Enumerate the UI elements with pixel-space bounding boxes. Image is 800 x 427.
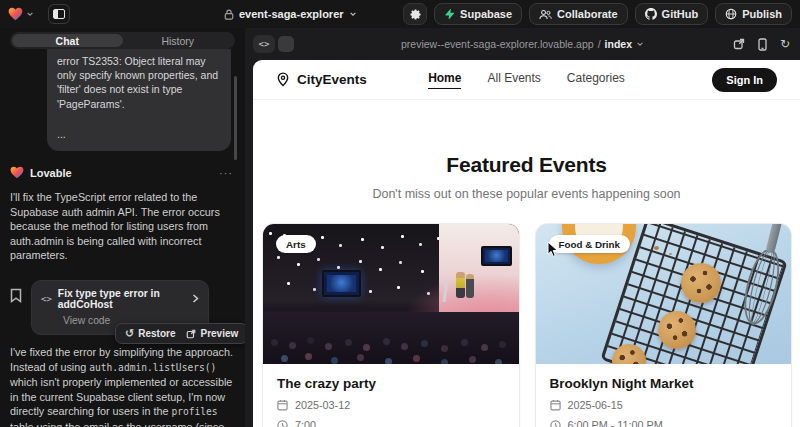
chat-history-tabs: Chat History <box>10 32 235 49</box>
github-icon <box>645 8 657 20</box>
gear-icon <box>409 8 422 21</box>
settings-button[interactable] <box>403 3 427 25</box>
collaborate-button[interactable]: Collaborate <box>529 3 628 25</box>
supabase-icon <box>444 8 455 20</box>
event-date: 2025-06-15 <box>568 399 623 411</box>
code-view-button[interactable]: <> <box>253 35 275 53</box>
publish-button[interactable]: Publish <box>715 3 792 25</box>
category-badge: Arts <box>276 235 316 253</box>
assistant-message-2: I've fixed the error by simplifying the … <box>10 345 235 427</box>
supabase-label: Supabase <box>460 8 512 20</box>
assistant-header: Lovable ··· <box>10 166 235 179</box>
url-separator: / <box>598 38 601 50</box>
lovable-heart-icon <box>8 7 23 21</box>
project-name: event-saga-explorer <box>239 8 344 20</box>
site-brand[interactable]: CityEvents <box>276 72 367 87</box>
clock-icon <box>550 420 561 427</box>
clock-icon <box>277 420 288 427</box>
restore-icon: ↺ <box>125 327 134 340</box>
preview-url-bar[interactable]: preview--event-saga-explorer.lovable.app… <box>245 38 800 50</box>
preview-button[interactable]: Preview <box>186 328 238 339</box>
event-time-row: 7:00 <box>277 419 505 427</box>
site-preview: CityEvents Home All Events Categories Si… <box>253 60 800 427</box>
bookmark-icon[interactable] <box>10 288 22 303</box>
location-pin-icon <box>276 72 290 87</box>
refresh-icon[interactable]: ↻ <box>780 37 790 51</box>
chevron-down-icon <box>26 10 34 18</box>
globe-icon <box>725 8 737 20</box>
assistant-message-1: I'll fix the TypeScript error related to… <box>10 190 235 263</box>
error-message-text: error TS2353: Object literal may only sp… <box>57 54 221 111</box>
user-message-bubble: error TS2353: Object literal may only sp… <box>47 49 231 151</box>
message-2-part: table using the email as the username (s… <box>10 421 224 427</box>
event-time: 6:00 PM - 11:00 PM <box>568 419 663 427</box>
preview-toggle-pill[interactable] <box>278 36 294 52</box>
project-switcher[interactable]: event-saga-explorer <box>224 0 357 28</box>
event-date-row: 2025-06-15 <box>550 399 778 411</box>
tool-card-title: Fix type type error in addCoHost <box>58 288 186 310</box>
calendar-icon <box>550 399 561 411</box>
lovable-heart-icon <box>10 166 24 179</box>
event-card-brooklyn-market[interactable]: Food & Drink Brooklyn Night Market 2025-… <box>535 223 793 427</box>
chevron-down-icon <box>636 40 644 48</box>
supabase-button[interactable]: Supabase <box>434 3 522 25</box>
site-brand-name: CityEvents <box>297 72 367 87</box>
more-options-icon[interactable]: ··· <box>219 167 233 179</box>
code-icon: <> <box>41 294 52 304</box>
featured-events-grid: Arts The crazy party 2025-03-12 7:00 <box>262 223 792 427</box>
event-date: 2025-03-12 <box>295 399 350 411</box>
inline-code: auth.admin.listUsers() <box>89 362 216 373</box>
event-card-crazy-party[interactable]: Arts The crazy party 2025-03-12 7:00 <box>262 223 520 427</box>
sign-in-button[interactable]: Sign In <box>712 68 777 92</box>
tab-chat[interactable]: Chat <box>12 34 123 47</box>
inline-code: profiles <box>171 406 217 417</box>
chat-panel: Chat History error TS2353: Object litera… <box>0 28 245 427</box>
hero-title: Featured Events <box>253 153 800 177</box>
nav-link-all-events[interactable]: All Events <box>487 71 540 89</box>
github-label: GitHub <box>662 8 699 20</box>
github-button[interactable]: GitHub <box>635 3 709 25</box>
assistant-name: Lovable <box>30 167 72 179</box>
restore-label: Restore <box>138 328 175 339</box>
preview-toolbar: <> preview--event-saga-explorer.lovable.… <box>245 28 800 60</box>
event-time-row: 6:00 PM - 11:00 PM <box>550 419 778 427</box>
open-in-new-tab-icon[interactable] <box>733 38 745 50</box>
tab-history[interactable]: History <box>123 34 234 47</box>
toggle-sidebar-button[interactable] <box>48 4 70 24</box>
restore-preview-toolbar: ↺ Restore Preview <box>115 323 245 344</box>
event-image-cookies: Food & Drink <box>536 224 792 364</box>
lock-icon <box>224 9 234 20</box>
site-navbar: CityEvents Home All Events Categories Si… <box>253 60 800 100</box>
preview-url-host: preview--event-saga-explorer.lovable.app <box>401 38 594 50</box>
publish-label: Publish <box>742 8 782 20</box>
collaborate-label: Collaborate <box>557 8 618 20</box>
event-date-row: 2025-03-12 <box>277 399 505 411</box>
nav-link-categories[interactable]: Categories <box>567 71 625 89</box>
chevron-down-icon <box>349 10 357 18</box>
chat-scrollbar[interactable] <box>234 76 237 160</box>
people-icon <box>539 9 552 20</box>
event-time: 7:00 <box>295 419 316 427</box>
event-title: Brooklyn Night Market <box>550 376 778 391</box>
message-ellipsis: ... <box>57 127 221 141</box>
lovable-app-window: event-saga-explorer Supabase <box>0 0 800 427</box>
hero-subtitle: Don't miss out on these popular events h… <box>253 187 800 201</box>
event-image-venue: Arts <box>263 224 519 364</box>
hero-section: Featured Events Don't miss out on these … <box>253 100 800 201</box>
external-link-icon <box>186 329 196 339</box>
preview-label: Preview <box>200 328 238 339</box>
restore-button[interactable]: ↺ Restore <box>125 327 175 340</box>
top-bar: event-saga-explorer Supabase <box>0 0 800 28</box>
mobile-view-icon[interactable] <box>758 38 767 51</box>
category-badge: Food & Drink <box>549 235 631 253</box>
lovable-logo-menu[interactable] <box>8 7 34 21</box>
preview-pane: <> preview--event-saga-explorer.lovable.… <box>245 28 800 427</box>
calendar-icon <box>277 399 288 411</box>
nav-link-home[interactable]: Home <box>428 71 461 89</box>
preview-url-page: index <box>605 38 632 50</box>
panel-icon <box>53 9 65 19</box>
chevron-right-icon <box>192 294 199 303</box>
event-title: The crazy party <box>277 376 505 391</box>
